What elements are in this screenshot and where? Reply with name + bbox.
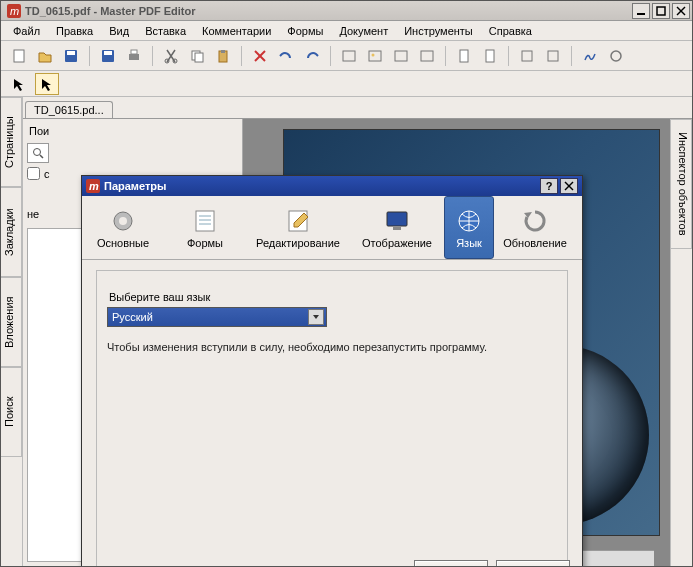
side-tab-search[interactable]: Поиск [1, 367, 22, 457]
save-as-button[interactable] [96, 44, 120, 68]
tab-general-label: Основные [97, 237, 149, 249]
maximize-button[interactable] [652, 3, 670, 19]
menu-insert[interactable]: Вставка [137, 23, 194, 39]
side-tab-pages[interactable]: Страницы [1, 97, 22, 187]
tab-edit[interactable]: Редактирование [246, 196, 350, 259]
pointer-tool[interactable] [7, 73, 31, 95]
menu-file[interactable]: Файл [5, 23, 48, 39]
select-tool-button[interactable] [541, 44, 565, 68]
toolbar-separator [89, 46, 90, 66]
tab-display[interactable]: Отображение [350, 196, 444, 259]
chevron-down-icon [308, 309, 324, 325]
tab-forms-label: Формы [187, 237, 223, 249]
document-tab[interactable]: TD_0615.pd... [25, 101, 113, 118]
tab-general[interactable]: Основные [82, 196, 164, 259]
svg-rect-3 [657, 7, 665, 15]
insert-attachment-button[interactable] [415, 44, 439, 68]
tab-language[interactable]: Язык [444, 196, 494, 259]
svg-rect-16 [195, 53, 203, 62]
side-tab-bookmarks[interactable]: Закладки [1, 187, 22, 277]
copy-button[interactable] [185, 44, 209, 68]
svg-point-31 [34, 149, 41, 156]
side-tab-inspector[interactable]: Инспектор объектов [671, 119, 692, 249]
edit-icon [282, 207, 314, 235]
paste-button[interactable] [211, 44, 235, 68]
toolbar-separator [241, 46, 242, 66]
svg-point-23 [372, 53, 375, 56]
side-panel-title: Пои [27, 123, 238, 139]
svg-line-4 [677, 7, 685, 15]
edit-pointer-tool[interactable] [35, 73, 59, 95]
stamp-button[interactable] [604, 44, 628, 68]
menubar: Файл Правка Вид Вставка Комментарии Форм… [1, 21, 692, 41]
open-button[interactable] [33, 44, 57, 68]
toolbar-separator [152, 46, 153, 66]
dialog-body: Выберите ваш язык Русский Чтобы изменени… [82, 260, 582, 566]
page-button[interactable] [452, 44, 476, 68]
menu-comments[interactable]: Комментарии [194, 23, 279, 39]
language-label: Выберите ваш язык [109, 291, 557, 303]
tab-language-label: Язык [456, 237, 482, 249]
tab-display-label: Отображение [362, 237, 432, 249]
hand-tool-button[interactable] [515, 44, 539, 68]
dialog-title: Параметры [104, 180, 166, 192]
svg-rect-12 [131, 50, 137, 54]
menu-view[interactable]: Вид [101, 23, 137, 39]
refresh-icon [519, 207, 551, 235]
svg-rect-44 [387, 212, 407, 226]
new-doc-button[interactable] [7, 44, 31, 68]
dialog-close-button[interactable] [560, 178, 578, 194]
dialog-buttons: OK Cancel [414, 560, 570, 566]
svg-rect-29 [548, 51, 558, 61]
main-toolbar [1, 41, 692, 71]
svg-rect-26 [460, 50, 468, 62]
svg-rect-8 [67, 51, 75, 55]
minimize-button[interactable] [632, 3, 650, 19]
right-side-tabs: Инспектор объектов [670, 119, 692, 566]
language-select[interactable]: Русский [107, 307, 327, 327]
save-button[interactable] [59, 44, 83, 68]
close-button[interactable] [672, 3, 690, 19]
settings-dialog: m Параметры ? Основные Формы Редак [81, 175, 583, 566]
dialog-titlebar: m Параметры ? [82, 176, 582, 196]
ok-button[interactable]: OK [414, 560, 488, 566]
redo-button[interactable] [300, 44, 324, 68]
svg-rect-27 [486, 50, 494, 62]
side-panel-checkbox[interactable] [27, 167, 40, 180]
menu-document[interactable]: Документ [331, 23, 396, 39]
tab-forms[interactable]: Формы [164, 196, 246, 259]
menu-help[interactable]: Справка [481, 23, 540, 39]
dialog-tabs: Основные Формы Редактирование Отображени… [82, 196, 582, 260]
delete-button[interactable] [248, 44, 272, 68]
monitor-icon [381, 207, 413, 235]
language-fieldset: Выберите ваш язык Русский Чтобы изменени… [96, 270, 568, 566]
dialog-help-button[interactable]: ? [540, 178, 558, 194]
print-button[interactable] [122, 44, 146, 68]
insert-text-button[interactable] [337, 44, 361, 68]
tab-update[interactable]: Обновление [494, 196, 576, 259]
insert-image-button[interactable] [363, 44, 387, 68]
toolbar-separator [571, 46, 572, 66]
signature-button[interactable] [578, 44, 602, 68]
svg-rect-28 [522, 51, 532, 61]
toolbar-separator [330, 46, 331, 66]
cut-button[interactable] [159, 44, 183, 68]
svg-line-32 [40, 155, 43, 158]
menu-forms[interactable]: Формы [279, 23, 331, 39]
search-icon-box[interactable] [27, 143, 49, 163]
svg-point-38 [119, 217, 127, 225]
toolbar-separator [508, 46, 509, 66]
menu-tools[interactable]: Инструменты [396, 23, 481, 39]
gear-icon [107, 207, 139, 235]
menu-edit[interactable]: Правка [48, 23, 101, 39]
toolbar-separator [445, 46, 446, 66]
cancel-button[interactable]: Cancel [496, 560, 570, 566]
page-next-button[interactable] [478, 44, 502, 68]
undo-button[interactable] [274, 44, 298, 68]
dialog-app-icon: m [86, 179, 100, 193]
svg-rect-18 [221, 50, 225, 53]
language-restart-note: Чтобы изменения вступили в силу, необход… [107, 341, 557, 353]
side-tab-attachments[interactable]: Вложения [1, 277, 22, 367]
svg-rect-45 [393, 227, 401, 230]
insert-link-button[interactable] [389, 44, 413, 68]
